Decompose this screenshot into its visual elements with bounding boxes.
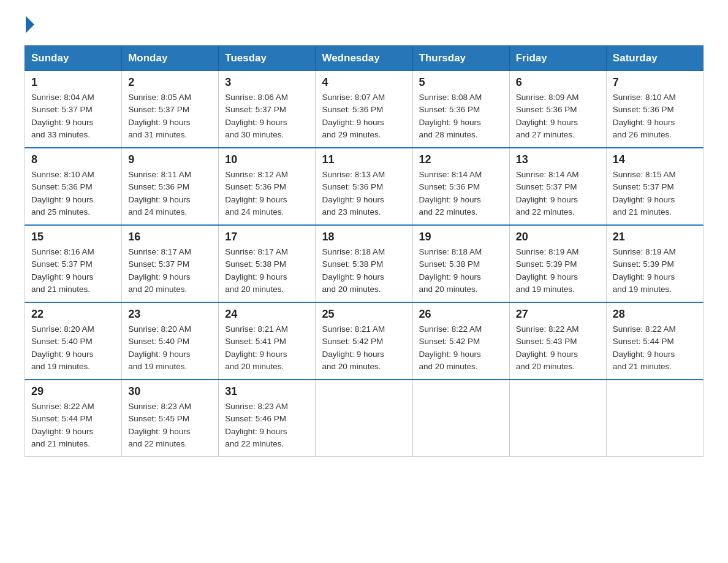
day-number: 23 <box>128 308 212 321</box>
calendar-cell: 9 Sunrise: 8:11 AMSunset: 5:36 PMDayligh… <box>122 148 219 225</box>
calendar-cell: 15 Sunrise: 8:16 AMSunset: 5:37 PMDaylig… <box>25 225 122 302</box>
day-number: 3 <box>225 76 309 89</box>
week-row-4: 22 Sunrise: 8:20 AMSunset: 5:40 PMDaylig… <box>25 302 703 380</box>
header-sunday: Sunday <box>25 46 122 71</box>
day-number: 14 <box>613 153 697 166</box>
day-info: Sunrise: 8:22 AMSunset: 5:42 PMDaylight:… <box>419 324 482 371</box>
day-number: 12 <box>419 153 503 166</box>
calendar-cell: 21 Sunrise: 8:19 AMSunset: 5:39 PMDaylig… <box>606 225 703 302</box>
day-number: 13 <box>516 153 600 166</box>
day-info: Sunrise: 8:06 AMSunset: 5:37 PMDaylight:… <box>225 93 288 139</box>
header-thursday: Thursday <box>412 46 509 71</box>
calendar-cell: 10 Sunrise: 8:12 AMSunset: 5:36 PMDaylig… <box>219 148 316 225</box>
calendar-cell: 11 Sunrise: 8:13 AMSunset: 5:36 PMDaylig… <box>316 148 412 225</box>
page-header <box>25 18 703 33</box>
day-info: Sunrise: 8:10 AMSunset: 5:36 PMDaylight:… <box>31 170 94 216</box>
day-number: 19 <box>419 231 503 243</box>
calendar-cell: 25 Sunrise: 8:21 AMSunset: 5:42 PMDaylig… <box>316 302 412 380</box>
day-info: Sunrise: 8:14 AMSunset: 5:37 PMDaylight:… <box>516 170 579 216</box>
calendar-cell: 22 Sunrise: 8:20 AMSunset: 5:40 PMDaylig… <box>25 302 122 380</box>
day-number: 30 <box>128 385 212 398</box>
day-number: 8 <box>31 153 115 166</box>
calendar-cell: 4 Sunrise: 8:07 AMSunset: 5:36 PMDayligh… <box>316 71 412 148</box>
day-info: Sunrise: 8:23 AMSunset: 5:46 PMDaylight:… <box>225 402 288 448</box>
day-number: 25 <box>322 308 406 321</box>
calendar-body: 1 Sunrise: 8:04 AMSunset: 5:37 PMDayligh… <box>25 71 703 457</box>
calendar-cell: 20 Sunrise: 8:19 AMSunset: 5:39 PMDaylig… <box>509 225 606 302</box>
day-number: 29 <box>31 385 115 398</box>
calendar-cell: 23 Sunrise: 8:20 AMSunset: 5:40 PMDaylig… <box>122 302 219 380</box>
day-number: 4 <box>322 76 406 89</box>
header-tuesday: Tuesday <box>219 46 316 71</box>
calendar-cell: 17 Sunrise: 8:17 AMSunset: 5:38 PMDaylig… <box>219 225 316 302</box>
day-number: 18 <box>322 231 406 243</box>
day-info: Sunrise: 8:04 AMSunset: 5:37 PMDaylight:… <box>31 93 94 139</box>
day-info: Sunrise: 8:18 AMSunset: 5:38 PMDaylight:… <box>419 247 482 294</box>
day-info: Sunrise: 8:17 AMSunset: 5:38 PMDaylight:… <box>225 247 288 294</box>
calendar-cell <box>412 380 509 457</box>
calendar-cell: 5 Sunrise: 8:08 AMSunset: 5:36 PMDayligh… <box>412 71 509 148</box>
day-info: Sunrise: 8:21 AMSunset: 5:42 PMDaylight:… <box>322 324 385 371</box>
day-number: 26 <box>419 308 503 321</box>
calendar-cell: 31 Sunrise: 8:23 AMSunset: 5:46 PMDaylig… <box>219 380 316 457</box>
calendar-cell: 16 Sunrise: 8:17 AMSunset: 5:37 PMDaylig… <box>122 225 219 302</box>
day-info: Sunrise: 8:19 AMSunset: 5:39 PMDaylight:… <box>613 247 676 294</box>
calendar-cell: 18 Sunrise: 8:18 AMSunset: 5:38 PMDaylig… <box>316 225 412 302</box>
day-info: Sunrise: 8:21 AMSunset: 5:41 PMDaylight:… <box>225 324 288 371</box>
header-row: SundayMondayTuesdayWednesdayThursdayFrid… <box>25 46 703 71</box>
day-info: Sunrise: 8:22 AMSunset: 5:44 PMDaylight:… <box>31 402 94 448</box>
header-saturday: Saturday <box>606 46 703 71</box>
day-info: Sunrise: 8:05 AMSunset: 5:37 PMDaylight:… <box>128 93 191 139</box>
calendar-cell: 29 Sunrise: 8:22 AMSunset: 5:44 PMDaylig… <box>25 380 122 457</box>
calendar-cell: 30 Sunrise: 8:23 AMSunset: 5:45 PMDaylig… <box>122 380 219 457</box>
day-number: 17 <box>225 231 309 243</box>
day-info: Sunrise: 8:07 AMSunset: 5:36 PMDaylight:… <box>322 93 385 139</box>
calendar-cell <box>509 380 606 457</box>
calendar-cell: 27 Sunrise: 8:22 AMSunset: 5:43 PMDaylig… <box>509 302 606 380</box>
calendar-cell: 14 Sunrise: 8:15 AMSunset: 5:37 PMDaylig… <box>606 148 703 225</box>
day-number: 31 <box>225 385 309 398</box>
header-monday: Monday <box>122 46 219 71</box>
day-info: Sunrise: 8:23 AMSunset: 5:45 PMDaylight:… <box>128 402 191 448</box>
day-number: 11 <box>322 153 406 166</box>
day-number: 20 <box>516 231 600 243</box>
day-info: Sunrise: 8:09 AMSunset: 5:36 PMDaylight:… <box>516 93 579 139</box>
week-row-3: 15 Sunrise: 8:16 AMSunset: 5:37 PMDaylig… <box>25 225 703 302</box>
day-number: 28 <box>613 308 697 321</box>
day-info: Sunrise: 8:10 AMSunset: 5:36 PMDaylight:… <box>613 93 676 139</box>
day-info: Sunrise: 8:16 AMSunset: 5:37 PMDaylight:… <box>31 247 94 294</box>
calendar-header: SundayMondayTuesdayWednesdayThursdayFrid… <box>25 46 703 71</box>
calendar-cell <box>316 380 412 457</box>
calendar-table: SundayMondayTuesdayWednesdayThursdayFrid… <box>25 45 703 457</box>
week-row-2: 8 Sunrise: 8:10 AMSunset: 5:36 PMDayligh… <box>25 148 703 225</box>
day-info: Sunrise: 8:22 AMSunset: 5:43 PMDaylight:… <box>516 324 579 371</box>
day-info: Sunrise: 8:20 AMSunset: 5:40 PMDaylight:… <box>31 324 94 371</box>
day-number: 15 <box>31 231 115 243</box>
calendar-cell: 1 Sunrise: 8:04 AMSunset: 5:37 PMDayligh… <box>25 71 122 148</box>
day-number: 10 <box>225 153 309 166</box>
calendar-cell: 2 Sunrise: 8:05 AMSunset: 5:37 PMDayligh… <box>122 71 219 148</box>
day-number: 9 <box>128 153 212 166</box>
day-info: Sunrise: 8:14 AMSunset: 5:36 PMDaylight:… <box>419 170 482 216</box>
week-row-1: 1 Sunrise: 8:04 AMSunset: 5:37 PMDayligh… <box>25 71 703 148</box>
calendar-cell: 12 Sunrise: 8:14 AMSunset: 5:36 PMDaylig… <box>412 148 509 225</box>
calendar-cell: 26 Sunrise: 8:22 AMSunset: 5:42 PMDaylig… <box>412 302 509 380</box>
day-info: Sunrise: 8:11 AMSunset: 5:36 PMDaylight:… <box>128 170 191 216</box>
day-info: Sunrise: 8:19 AMSunset: 5:39 PMDaylight:… <box>516 247 579 294</box>
day-info: Sunrise: 8:20 AMSunset: 5:40 PMDaylight:… <box>128 324 191 371</box>
day-number: 24 <box>225 308 309 321</box>
day-info: Sunrise: 8:17 AMSunset: 5:37 PMDaylight:… <box>128 247 191 294</box>
header-wednesday: Wednesday <box>316 46 412 71</box>
day-info: Sunrise: 8:18 AMSunset: 5:38 PMDaylight:… <box>322 247 385 294</box>
day-number: 6 <box>516 76 600 89</box>
calendar-cell: 7 Sunrise: 8:10 AMSunset: 5:36 PMDayligh… <box>606 71 703 148</box>
calendar-cell: 13 Sunrise: 8:14 AMSunset: 5:37 PMDaylig… <box>509 148 606 225</box>
day-info: Sunrise: 8:12 AMSunset: 5:36 PMDaylight:… <box>225 170 288 216</box>
day-info: Sunrise: 8:22 AMSunset: 5:44 PMDaylight:… <box>613 324 676 371</box>
day-number: 7 <box>613 76 697 89</box>
logo <box>25 18 34 33</box>
calendar-cell <box>606 380 703 457</box>
calendar-cell: 6 Sunrise: 8:09 AMSunset: 5:36 PMDayligh… <box>509 71 606 148</box>
calendar-cell: 3 Sunrise: 8:06 AMSunset: 5:37 PMDayligh… <box>219 71 316 148</box>
day-number: 16 <box>128 231 212 243</box>
